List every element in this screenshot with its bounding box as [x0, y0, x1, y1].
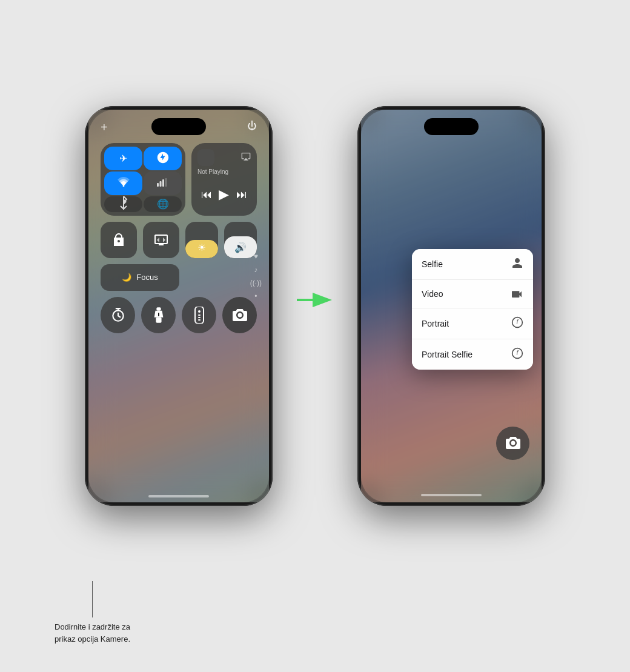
camera-button[interactable]: [222, 297, 257, 333]
phone-2-bg: Selfie Video Portrait f: [361, 110, 542, 502]
camera-button-2[interactable]: [496, 427, 529, 460]
signal-icon: [157, 178, 169, 188]
dot-icon: •: [254, 292, 257, 301]
video-label: Video: [422, 289, 443, 299]
cc-row1: ✈: [101, 143, 257, 216]
timer-button[interactable]: [101, 297, 135, 333]
svg-text:f: f: [517, 350, 519, 356]
callout-line: [92, 581, 93, 617]
wifi-calling-button[interactable]: [144, 147, 182, 170]
volume-icon: 🔊: [234, 242, 247, 253]
portrait-selfie-label: Portrait Selfie: [422, 350, 472, 359]
moon-icon: 🌙: [122, 273, 131, 282]
svg-rect-1: [157, 183, 159, 187]
globe-icon: 🌐: [157, 198, 169, 210]
svg-rect-13: [198, 314, 201, 316]
menu-item-video[interactable]: Video: [412, 280, 533, 308]
svg-rect-4: [165, 178, 167, 187]
svg-rect-14: [198, 317, 201, 318]
side-indicators: ♥ ♪ ((·)) •: [250, 252, 262, 301]
bluetooth-button[interactable]: [104, 196, 142, 212]
connectivity-block: ✈: [101, 143, 185, 216]
wifi-icon: [117, 177, 130, 189]
portrait-selfie-icon: f: [511, 347, 523, 362]
music-icon: ♪: [254, 265, 257, 274]
heart-icon: ♥: [254, 252, 258, 261]
airplay-icon[interactable]: [241, 151, 251, 164]
video-icon: [510, 288, 523, 300]
svg-rect-2: [159, 181, 161, 187]
menu-item-portrait[interactable]: Portrait f: [412, 308, 533, 339]
svg-point-17: [243, 312, 244, 313]
svg-point-24: [511, 441, 515, 445]
portrait-label: Portrait: [422, 319, 449, 328]
airplane-mode-button[interactable]: ✈: [104, 147, 142, 170]
svg-point-16: [237, 313, 242, 317]
phone-2-screen: Selfie Video Portrait f: [361, 110, 542, 502]
focus-label: Focus: [136, 273, 158, 282]
svg-point-25: [516, 440, 517, 441]
brightness-slider[interactable]: ☀: [185, 222, 218, 258]
flashlight-button[interactable]: [141, 297, 176, 333]
cc-row2: ☀ 🔊 ♥ ♪ ((·)) •: [101, 222, 257, 258]
cc-row4: [101, 297, 257, 333]
play-button[interactable]: ▶: [219, 187, 229, 202]
svg-point-12: [198, 310, 201, 313]
cc-grid: ✈: [101, 143, 257, 333]
prev-button[interactable]: ⏮: [201, 188, 212, 201]
brightness-icon: ☀: [197, 242, 206, 253]
dynamic-island: [151, 118, 206, 135]
wifi-calling-icon: [156, 151, 170, 166]
annotation-line2: prikaz opcija Kamere.: [55, 634, 130, 644]
not-playing-label: Not Playing: [197, 168, 251, 175]
focus-button[interactable]: 🌙 Focus: [101, 264, 179, 291]
media-controls: ⏮ ▶ ⏭: [197, 180, 251, 210]
dynamic-island-2: [424, 118, 479, 135]
camera-context-menu: Selfie Video Portrait f: [412, 249, 533, 370]
phone-1-screen: + ⏻ ✈: [88, 110, 269, 502]
globe-button[interactable]: 🌐: [144, 196, 182, 212]
wifi-button[interactable]: [104, 171, 142, 195]
media-top: [197, 149, 251, 166]
portrait-icon: f: [511, 316, 523, 331]
scene: + ⏻ ✈: [0, 0, 630, 672]
bluetooth-icon: [119, 196, 128, 212]
screen-mirror-button[interactable]: [143, 222, 179, 258]
cellular-icon: ((·)): [250, 279, 262, 287]
menu-item-selfie[interactable]: Selfie: [412, 249, 533, 280]
annotation-container: Dodirnite i zadržite za prikaz opcija Ka…: [55, 581, 130, 645]
selfie-label: Selfie: [422, 259, 443, 269]
add-button[interactable]: +: [101, 121, 108, 135]
phone-1: + ⏻ ✈: [85, 106, 273, 506]
home-indicator: [148, 495, 209, 497]
media-block: Not Playing ⏮ ▶ ⏭: [191, 143, 257, 216]
cc-row3: 🌙 Focus: [101, 264, 257, 291]
svg-rect-9: [156, 317, 161, 322]
remote-button[interactable]: [182, 297, 216, 333]
svg-rect-7: [156, 307, 161, 311]
arrow-container: [297, 288, 333, 312]
svg-rect-3: [162, 179, 164, 187]
annotation-text: Dodirnite i zadržite za prikaz opcija Ka…: [55, 621, 130, 645]
svg-rect-15: [198, 319, 201, 321]
svg-text:f: f: [517, 319, 519, 325]
menu-item-portrait-selfie[interactable]: Portrait Selfie f: [412, 339, 533, 370]
home-indicator-2: [421, 494, 482, 496]
signal-button[interactable]: [144, 171, 182, 195]
selfie-icon: [511, 257, 523, 271]
media-app-icon: [197, 149, 214, 166]
airplane-icon: ✈: [119, 153, 127, 164]
phone-1-bg: + ⏻ ✈: [88, 110, 269, 502]
green-arrow: [297, 288, 333, 312]
phone-2: Selfie Video Portrait f: [357, 106, 545, 506]
annotation-line1: Dodirnite i zadržite za: [55, 622, 130, 631]
rotation-lock-button[interactable]: [101, 222, 137, 258]
power-button[interactable]: ⏻: [247, 121, 257, 131]
next-button[interactable]: ⏭: [236, 188, 247, 201]
